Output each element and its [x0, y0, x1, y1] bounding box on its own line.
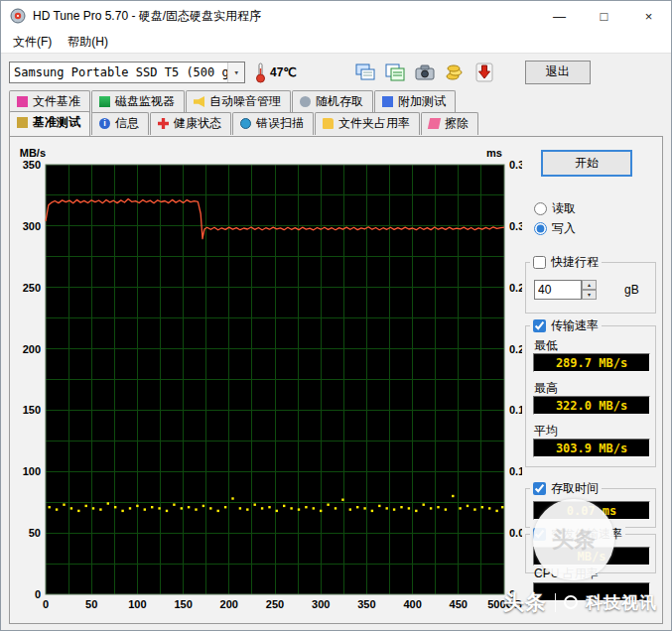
menu-help[interactable]: 帮助(H)	[60, 32, 116, 53]
access-time-dot	[501, 506, 503, 508]
access-time-dot	[217, 510, 219, 512]
access-time-dot	[224, 506, 226, 508]
transfer-rate-legend[interactable]: 传输速率	[530, 317, 602, 334]
spinner-up-button[interactable]: ▴	[582, 280, 597, 290]
tab-label: 信息	[115, 115, 139, 132]
benchmark-page: MB/sms05010015020025030035000.050.100.15…	[9, 136, 663, 624]
axis-tick: 200	[23, 343, 41, 355]
access-time-dot	[121, 510, 123, 512]
access-time-checkbox[interactable]	[533, 482, 546, 495]
copy-screenshot-icon	[355, 63, 375, 81]
tab-aam[interactable]: 自动噪音管理	[186, 90, 291, 113]
watermark-logo-circle: 头条	[533, 499, 614, 580]
tab-extra-tests[interactable]: 附加测试	[374, 90, 456, 113]
watermark-channel: 科技视讯	[586, 591, 657, 614]
access-time-dot	[467, 505, 469, 507]
close-button[interactable]: ×	[626, 1, 671, 31]
save-screenshot-button[interactable]	[410, 59, 440, 86]
copy-text-button[interactable]	[380, 59, 410, 86]
access-time-dot	[85, 505, 87, 507]
short-stroke-length-input[interactable]	[534, 280, 582, 300]
transfer-rate-label: 传输速率	[551, 317, 599, 334]
write-radio-row[interactable]: 写入	[534, 220, 576, 237]
tab-info[interactable]: i信息	[91, 112, 149, 135]
watermark-channel-logo-icon	[564, 595, 578, 609]
file-benchmark-icon	[17, 96, 28, 107]
tab-benchmark[interactable]: 基准测试	[9, 111, 90, 136]
tab-label: 磁盘监视器	[115, 93, 175, 110]
folder-usage-icon	[323, 118, 334, 129]
short-stroke-legend[interactable]: 快捷行程	[530, 254, 602, 271]
access-time-dot	[386, 507, 388, 509]
access-time-dot	[341, 499, 343, 501]
access-time-dot	[371, 510, 373, 512]
chevron-down-icon[interactable]: ▾	[227, 63, 244, 82]
axis-tick: 200	[220, 598, 238, 610]
max-label: 最高	[534, 380, 558, 397]
access-time-dot	[349, 508, 351, 510]
write-radio[interactable]	[534, 222, 547, 235]
access-time-dot	[320, 510, 322, 512]
thermometer-icon	[255, 62, 266, 83]
access-time-dot	[356, 506, 358, 508]
tab-erase[interactable]: 擦除	[421, 112, 478, 135]
tab-file-benchmark[interactable]: 文件基准	[9, 90, 90, 113]
avg-value-box: 303.9 MB/s	[533, 439, 650, 457]
access-time-dot	[459, 507, 461, 509]
write-label: 写入	[552, 220, 576, 237]
copy-text-icon	[385, 63, 405, 81]
axis-tick: 150	[174, 598, 192, 610]
donate-button[interactable]	[440, 59, 470, 86]
disk-monitor-icon	[99, 96, 110, 107]
benchmark-chart: MB/sms05010015020025030035000.050.100.15…	[10, 143, 522, 621]
copy-screenshot-button[interactable]	[350, 59, 380, 86]
access-time-dot	[173, 504, 175, 506]
tab-disk-monitor[interactable]: 磁盘监视器	[91, 90, 185, 113]
drive-select[interactable]: Samsung Portable SSD T5 (500 gB) ▾	[9, 62, 245, 83]
tab-random-access[interactable]: 随机存取	[292, 90, 373, 113]
erase-icon	[428, 118, 441, 129]
spinner-down-button[interactable]: ▾	[582, 290, 597, 300]
axis-tick: 50	[29, 527, 41, 539]
tab-health[interactable]: 健康状态	[150, 112, 231, 135]
axis-tick: 150	[23, 404, 41, 416]
window-title: HD Tune Pro 5.70 - 硬盘/固态硬盘实用程序	[33, 8, 261, 25]
access-time-dot	[393, 508, 395, 510]
access-time-dot	[473, 508, 475, 510]
access-time-dot	[129, 507, 131, 509]
exit-button[interactable]: 退出	[525, 61, 591, 84]
access-time-dot	[231, 497, 233, 499]
maximize-button[interactable]: □	[582, 1, 626, 31]
error-scan-icon	[240, 118, 251, 129]
access-time-dot	[363, 507, 365, 509]
access-time-dot	[313, 507, 315, 509]
access-time-dot	[298, 508, 300, 510]
read-radio[interactable]	[534, 202, 547, 215]
tab-error-scan[interactable]: 错误扫描	[232, 112, 314, 135]
read-radio-row[interactable]: 读取	[534, 200, 576, 217]
short-stroke-checkbox[interactable]	[533, 256, 546, 269]
start-button[interactable]: 开始	[541, 150, 632, 177]
axis-tick: 300	[312, 598, 330, 610]
access-time-dot	[181, 507, 183, 509]
max-value-box: 322.0 MB/s	[533, 396, 650, 415]
access-time-dot	[195, 508, 197, 510]
access-time-dot	[151, 506, 153, 508]
transfer-rate-checkbox[interactable]	[533, 319, 546, 332]
access-time-dot	[452, 495, 454, 497]
access-time-dot	[430, 507, 432, 509]
axis-tick: 0	[35, 588, 41, 600]
access-time-dot	[445, 508, 447, 510]
app-icon	[10, 8, 26, 24]
tab-row-1: 文件基准磁盘监视器自动噪音管理随机存取附加测试	[9, 92, 663, 113]
minimize-button[interactable]: —	[537, 1, 582, 31]
tab-folder-usage[interactable]: 文件夹占用率	[315, 112, 420, 135]
access-time-dot	[166, 510, 168, 512]
axis-tick: 0	[43, 598, 49, 610]
update-download-button[interactable]	[470, 59, 499, 86]
tabs: 文件基准磁盘监视器自动噪音管理随机存取附加测试 基准测试i信息健康状态错误扫描文…	[9, 92, 663, 135]
menu-file[interactable]: 文件(F)	[5, 32, 60, 53]
watermark-brand: 头条	[503, 588, 547, 616]
access-time-legend[interactable]: 存取时间	[530, 480, 602, 497]
tab-label: 擦除	[445, 115, 469, 132]
